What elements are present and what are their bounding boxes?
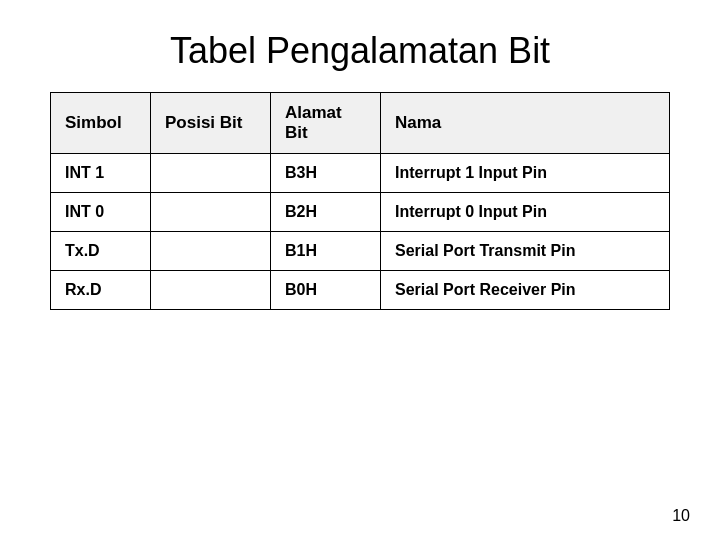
cell-alamat: B1H [271, 232, 381, 271]
table-header-row: Simbol Posisi Bit Alamat Bit Nama [51, 93, 670, 154]
page-container: Tabel Pengalamatan Bit Simbol Posisi Bit… [0, 0, 720, 540]
cell-posisi [151, 271, 271, 310]
cell-alamat: B2H [271, 193, 381, 232]
cell-alamat: B3H [271, 154, 381, 193]
page-number: 10 [672, 507, 690, 525]
header-simbol: Simbol [51, 93, 151, 154]
bit-address-table: Simbol Posisi Bit Alamat Bit Nama INT 1B… [50, 92, 670, 310]
table-row: Tx.DB1HSerial Port Transmit Pin [51, 232, 670, 271]
table-row: Rx.DB0HSerial Port Receiver Pin [51, 271, 670, 310]
cell-simbol: INT 1 [51, 154, 151, 193]
cell-posisi [151, 232, 271, 271]
table-row: INT 0B2HInterrupt 0 Input Pin [51, 193, 670, 232]
cell-nama: Serial Port Receiver Pin [381, 271, 670, 310]
cell-simbol: Rx.D [51, 271, 151, 310]
header-posisi: Posisi Bit [151, 93, 271, 154]
cell-nama: Interrupt 1 Input Pin [381, 154, 670, 193]
cell-simbol: INT 0 [51, 193, 151, 232]
cell-posisi [151, 154, 271, 193]
header-alamat: Alamat Bit [271, 93, 381, 154]
cell-simbol: Tx.D [51, 232, 151, 271]
table-row: INT 1B3HInterrupt 1 Input Pin [51, 154, 670, 193]
cell-posisi [151, 193, 271, 232]
cell-nama: Serial Port Transmit Pin [381, 232, 670, 271]
cell-nama: Interrupt 0 Input Pin [381, 193, 670, 232]
page-title: Tabel Pengalamatan Bit [170, 30, 550, 72]
cell-alamat: B0H [271, 271, 381, 310]
header-nama: Nama [381, 93, 670, 154]
